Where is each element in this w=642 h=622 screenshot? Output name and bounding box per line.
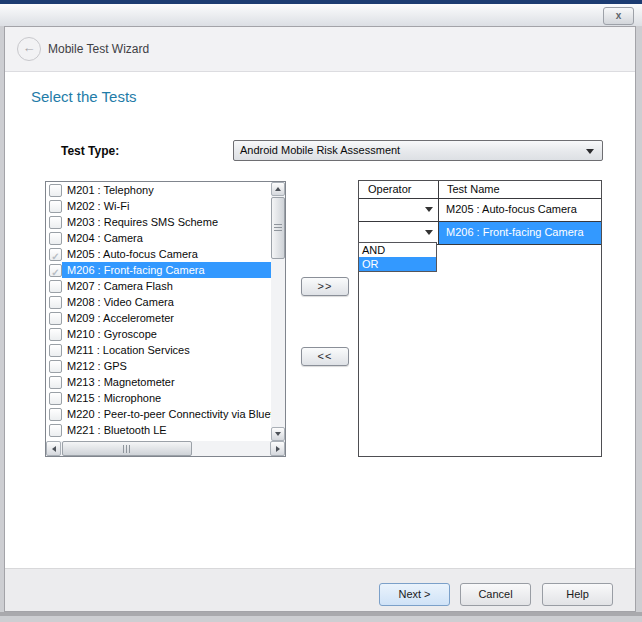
test-list-item[interactable]: ✓ M212 : GPS xyxy=(46,358,271,374)
test-item-label: M220 : Peer-to-peer Connectivity via Blu… xyxy=(62,406,271,422)
available-tests-list: ✓ M201 : Telephony ✓ M202 : Wi-Fi ✓ M203… xyxy=(46,182,271,441)
checkbox-icon[interactable]: ✓ xyxy=(49,408,62,421)
test-list-item[interactable]: ✓ M204 : Camera xyxy=(46,230,271,246)
test-item-label: M204 : Camera xyxy=(62,230,271,246)
chevron-down-icon xyxy=(425,207,433,212)
add-tests-button[interactable]: >> xyxy=(301,277,349,296)
checkbox-icon[interactable]: ✓ xyxy=(49,360,62,373)
horizontal-scrollbar-thumb[interactable] xyxy=(62,441,192,456)
operator-dropdown: AND OR xyxy=(358,242,437,272)
checkbox-icon[interactable]: ✓ xyxy=(49,424,62,437)
triangle-down-icon xyxy=(275,432,281,436)
test-type-label: Test Type: xyxy=(61,144,119,158)
checkbox-icon[interactable]: ✓ xyxy=(49,296,62,309)
test-item-label: M208 : Video Camera xyxy=(62,294,271,310)
test-item-label: M210 : Gyroscope xyxy=(62,326,271,342)
selected-tests-panel: Operator Test Name M205 : Auto-focus Cam… xyxy=(358,180,602,457)
checkbox-icon[interactable]: ✓ xyxy=(49,312,62,325)
triangle-up-icon xyxy=(275,187,281,191)
available-tests-listbox: ✓ M201 : Telephony ✓ M202 : Wi-Fi ✓ M203… xyxy=(45,181,286,457)
operator-option[interactable]: OR xyxy=(359,257,436,271)
back-button[interactable]: ← xyxy=(17,37,41,61)
operator-option[interactable]: AND xyxy=(359,243,436,257)
checkbox-icon[interactable]: ✓ xyxy=(49,376,62,389)
test-type-value: Android Mobile Risk Assessment xyxy=(240,144,400,156)
test-list-item[interactable]: ✓ M208 : Video Camera xyxy=(46,294,271,310)
test-item-label: M205 : Auto-focus Camera xyxy=(62,246,271,262)
checkbox-icon[interactable]: ✓ xyxy=(49,280,62,293)
wizard-header: ← Mobile Test Wizard xyxy=(5,27,635,72)
test-list-item[interactable]: ✓ M220 : Peer-to-peer Connectivity via B… xyxy=(46,406,271,422)
selected-test-row[interactable]: M205 : Auto-focus Camera xyxy=(359,199,601,222)
test-list-item[interactable]: ✓ M221 : Bluetooth LE xyxy=(46,422,271,438)
dialog-footer: Next > Cancel Help xyxy=(5,568,635,611)
scroll-left-button[interactable] xyxy=(46,441,61,456)
test-list-item[interactable]: ✓ M211 : Location Services xyxy=(46,342,271,358)
test-list-item[interactable]: ✓ M215 : Microphone xyxy=(46,390,271,406)
test-type-combobox[interactable]: Android Mobile Risk Assessment xyxy=(233,140,603,161)
cancel-button[interactable]: Cancel xyxy=(460,583,531,606)
test-list-item[interactable]: ✓ M207 : Camera Flash xyxy=(46,278,271,294)
checkbox-icon[interactable]: ✓ xyxy=(49,200,62,213)
chevron-down-icon xyxy=(586,149,594,154)
test-list-item[interactable]: ✓ M203 : Requires SMS Scheme xyxy=(46,214,271,230)
operator-drop-button[interactable] xyxy=(422,225,436,240)
close-button[interactable]: x xyxy=(603,7,634,25)
checkbox-icon[interactable]: ✓ xyxy=(49,248,62,261)
test-item-label: M221 : Bluetooth LE xyxy=(62,422,271,438)
checkbox-icon[interactable]: ✓ xyxy=(49,328,62,341)
test-list-item[interactable]: ✓ M202 : Wi-Fi xyxy=(46,198,271,214)
checkbox-icon[interactable]: ✓ xyxy=(49,232,62,245)
test-item-label: M207 : Camera Flash xyxy=(62,278,271,294)
operator-option-label: AND xyxy=(362,244,385,256)
operator-option-label: OR xyxy=(362,258,379,270)
test-item-label: M215 : Microphone xyxy=(62,390,271,406)
operator-combobox[interactable] xyxy=(359,199,439,221)
checkmark-icon: ✓ xyxy=(51,267,59,278)
mobile-test-wizard-dialog: ← Mobile Test Wizard Select the Tests Te… xyxy=(4,26,636,612)
selected-test-name[interactable]: M206 : Front-facing Camera xyxy=(439,222,601,244)
window-bottom-edge xyxy=(0,612,642,616)
test-item-label: M213 : Magnetometer xyxy=(62,374,271,390)
test-name-column-header: Test Name xyxy=(439,181,601,198)
window-titlebar: x xyxy=(0,4,642,26)
test-list-item[interactable]: ✓ M210 : Gyroscope xyxy=(46,326,271,342)
selected-test-name[interactable]: M205 : Auto-focus Camera xyxy=(439,199,601,221)
thumb-grip-icon xyxy=(123,445,131,453)
test-item-label: M209 : Accelerometer xyxy=(62,310,271,326)
test-item-label: M203 : Requires SMS Scheme xyxy=(62,214,271,230)
triangle-left-icon xyxy=(52,446,56,452)
test-list-item[interactable]: ✓ M201 : Telephony xyxy=(46,182,271,198)
scroll-up-button[interactable] xyxy=(271,182,285,196)
test-item-label: M202 : Wi-Fi xyxy=(62,198,271,214)
selected-tests-rows: M205 : Auto-focus Camera M206 : Front-fa… xyxy=(359,199,601,245)
operator-drop-button[interactable] xyxy=(422,202,436,217)
test-item-label: M212 : GPS xyxy=(62,358,271,374)
scroll-right-button[interactable] xyxy=(270,441,285,456)
test-list-item[interactable]: ✓ M206 : Front-facing Camera xyxy=(46,262,271,278)
test-item-label: M206 : Front-facing Camera xyxy=(62,262,271,278)
test-list-item[interactable]: ✓ M213 : Magnetometer xyxy=(46,374,271,390)
horizontal-scrollbar[interactable] xyxy=(46,441,285,456)
operator-combobox[interactable] xyxy=(359,222,439,244)
checkbox-icon[interactable]: ✓ xyxy=(49,264,62,277)
scroll-down-button[interactable] xyxy=(271,427,285,441)
checkbox-icon[interactable]: ✓ xyxy=(49,344,62,357)
checkbox-icon[interactable]: ✓ xyxy=(49,184,62,197)
next-button[interactable]: Next > xyxy=(379,583,450,606)
vertical-scrollbar[interactable] xyxy=(271,182,285,441)
test-list-item[interactable]: ✓ M209 : Accelerometer xyxy=(46,310,271,326)
operator-column-header: Operator xyxy=(359,181,439,198)
thumb-grip-icon xyxy=(274,224,282,232)
help-button[interactable]: Help xyxy=(542,583,613,606)
test-item-label: M201 : Telephony xyxy=(62,182,271,198)
chevron-down-icon xyxy=(425,230,433,235)
checkmark-icon: ✓ xyxy=(51,251,59,262)
page-title: Select the Tests xyxy=(31,88,137,105)
test-list-item[interactable]: ✓ M205 : Auto-focus Camera xyxy=(46,246,271,262)
wizard-title: Mobile Test Wizard xyxy=(48,42,149,56)
remove-tests-button[interactable]: << xyxy=(301,347,349,366)
checkbox-icon[interactable]: ✓ xyxy=(49,216,62,229)
vertical-scrollbar-thumb[interactable] xyxy=(271,197,285,259)
checkbox-icon[interactable]: ✓ xyxy=(49,392,62,405)
